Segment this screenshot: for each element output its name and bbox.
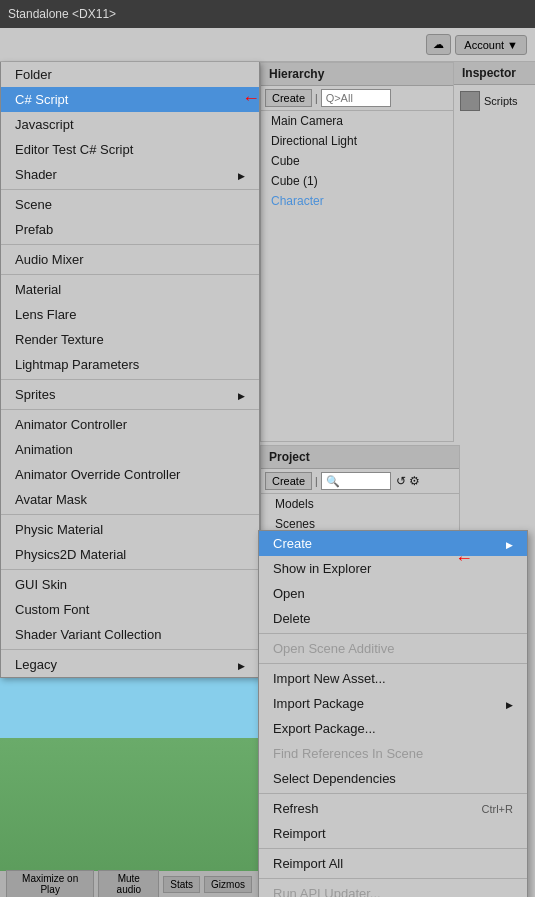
- menu-arrow-sprites: [238, 387, 245, 402]
- scene-toolbar-btn-maximize-on-play[interactable]: Maximize on Play: [6, 870, 94, 897]
- ctx-item-label-import_new_asset: Import New Asset...: [273, 671, 386, 686]
- menu-item-prefab[interactable]: Prefab: [1, 217, 259, 242]
- menu-item-scene[interactable]: Scene: [1, 192, 259, 217]
- menu-item-label-audio_mixer: Audio Mixer: [15, 252, 84, 267]
- hierarchy-search-input[interactable]: [321, 89, 391, 107]
- ctx-item-export_package[interactable]: Export Package...: [259, 716, 527, 741]
- menu-item-shader[interactable]: Shader: [1, 162, 259, 187]
- menu-separator: [1, 244, 259, 245]
- scripts-icon: [460, 91, 480, 111]
- menu-item-animation[interactable]: Animation: [1, 437, 259, 462]
- inspector-title: Inspector: [462, 66, 516, 80]
- toolbar: ☁ Account ▼: [0, 28, 535, 62]
- ctx-item-show_explorer[interactable]: Show in Explorer: [259, 556, 527, 581]
- menu-item-label-material: Material: [15, 282, 61, 297]
- project-toolbar: Create | ↺ ⚙: [261, 469, 459, 494]
- menu-item-label-shader: Shader: [15, 167, 57, 182]
- ctx-arrow-create: [506, 536, 513, 551]
- menu-item-label-csharp: C# Script: [15, 92, 68, 107]
- menu-item-label-lightmap_params: Lightmap Parameters: [15, 357, 139, 372]
- menu-item-lens_flare[interactable]: Lens Flare: [1, 302, 259, 327]
- menu-item-audio_mixer[interactable]: Audio Mixer: [1, 247, 259, 272]
- menu-item-label-scene: Scene: [15, 197, 52, 212]
- hierarchy-tab: Hierarchy: [261, 63, 459, 86]
- title-bar: Standalone <DX11>: [0, 0, 535, 28]
- menu-separator: [1, 274, 259, 275]
- menu-item-javascript[interactable]: Javascript: [1, 112, 259, 137]
- inspector-tab: Inspector: [454, 62, 535, 85]
- ctx-item-import_package[interactable]: Import Package: [259, 691, 527, 716]
- ctx-item-select_dependencies[interactable]: Select Dependencies: [259, 766, 527, 791]
- settings-icon: ⚙: [409, 474, 420, 488]
- ctx-item-reimport[interactable]: Reimport: [259, 821, 527, 846]
- menu-item-shader_variant[interactable]: Shader Variant Collection: [1, 622, 259, 647]
- menu-item-avatar_mask[interactable]: Avatar Mask: [1, 487, 259, 512]
- menu-item-legacy[interactable]: Legacy: [1, 652, 259, 677]
- menu-item-physics2d_material[interactable]: Physics2D Material: [1, 542, 259, 567]
- menu-arrow-shader: [238, 167, 245, 182]
- hierarchy-items: Main CameraDirectional LightCubeCube (1)…: [261, 111, 459, 211]
- scene-toolbar-btn-stats[interactable]: Stats: [163, 876, 200, 893]
- menu-item-label-physic_material: Physic Material: [15, 522, 103, 537]
- ctx-item-label-find_references: Find References In Scene: [273, 746, 423, 761]
- ctx-item-reimport_all[interactable]: Reimport All: [259, 851, 527, 876]
- menu-item-custom_font[interactable]: Custom Font: [1, 597, 259, 622]
- ctx-item-label-run_api_updater: Run API Updater...: [273, 886, 381, 897]
- ctx-item-label-refresh: Refresh: [273, 801, 319, 816]
- hierarchy-item[interactable]: Cube: [261, 151, 459, 171]
- ctx-shortcut-refresh: Ctrl+R: [482, 803, 513, 815]
- menu-separator: [1, 409, 259, 410]
- menu-item-material[interactable]: Material: [1, 277, 259, 302]
- project-create-button[interactable]: Create: [265, 472, 312, 490]
- menu-item-physic_material[interactable]: Physic Material: [1, 517, 259, 542]
- menu-item-label-javascript: Javascript: [15, 117, 74, 132]
- hierarchy-item[interactable]: Main Camera: [261, 111, 459, 131]
- scene-toolbar-btn-mute-audio[interactable]: Mute audio: [98, 870, 159, 897]
- menu-item-editor_test[interactable]: Editor Test C# Script: [1, 137, 259, 162]
- menu-separator: [1, 379, 259, 380]
- menu-item-label-editor_test: Editor Test C# Script: [15, 142, 133, 157]
- hierarchy-title: Hierarchy: [269, 67, 324, 81]
- menu-item-label-lens_flare: Lens Flare: [15, 307, 76, 322]
- toolbar-right: ☁ Account ▼: [426, 34, 527, 55]
- ctx-item-delete[interactable]: Delete: [259, 606, 527, 631]
- menu-item-animator_override[interactable]: Animator Override Controller: [1, 462, 259, 487]
- ctx-item-label-import_package: Import Package: [273, 696, 364, 711]
- ctx-item-create[interactable]: Create: [259, 531, 527, 556]
- hierarchy-toolbar: Create |: [261, 86, 459, 111]
- ctx-item-import_new_asset[interactable]: Import New Asset...: [259, 666, 527, 691]
- menu-item-sprites[interactable]: Sprites: [1, 382, 259, 407]
- hierarchy-item[interactable]: Character: [261, 191, 459, 211]
- inspector-content: Scripts: [454, 85, 535, 117]
- ctx-separator: [259, 663, 527, 664]
- ctx-item-label-reimport_all: Reimport All: [273, 856, 343, 871]
- hierarchy-item[interactable]: Cube (1): [261, 171, 459, 191]
- account-button[interactable]: Account ▼: [455, 35, 527, 55]
- menu-item-label-shader_variant: Shader Variant Collection: [15, 627, 161, 642]
- ctx-item-refresh[interactable]: RefreshCtrl+R: [259, 796, 527, 821]
- menu-item-gui_skin[interactable]: GUI Skin: [1, 572, 259, 597]
- menu-item-animator_controller[interactable]: Animator Controller: [1, 412, 259, 437]
- menu-item-label-animation: Animation: [15, 442, 73, 457]
- inspector-scripts-row: Scripts: [460, 91, 529, 111]
- project-item-models[interactable]: Models: [261, 494, 459, 514]
- menu-separator: [1, 514, 259, 515]
- menu-item-folder[interactable]: Folder: [1, 62, 259, 87]
- ctx-item-label-export_package: Export Package...: [273, 721, 376, 736]
- menu-item-render_texture[interactable]: Render Texture: [1, 327, 259, 352]
- menu-arrow-legacy: [238, 657, 245, 672]
- hierarchy-item[interactable]: Directional Light: [261, 131, 459, 151]
- ctx-item-open[interactable]: Open: [259, 581, 527, 606]
- project-search-input[interactable]: [321, 472, 391, 490]
- ctx-separator: [259, 848, 527, 849]
- ctx-item-label-show_explorer: Show in Explorer: [273, 561, 371, 576]
- hierarchy-create-button[interactable]: Create: [265, 89, 312, 107]
- menu-item-csharp[interactable]: C# Script: [1, 87, 259, 112]
- menu-item-label-avatar_mask: Avatar Mask: [15, 492, 87, 507]
- menu-item-label-custom_font: Custom Font: [15, 602, 89, 617]
- ctx-item-run_api_updater: Run API Updater...: [259, 881, 527, 897]
- menu-item-lightmap_params[interactable]: Lightmap Parameters: [1, 352, 259, 377]
- create-menu: FolderC# ScriptJavascriptEditor Test C# …: [0, 62, 260, 678]
- scene-toolbar-btn-gizmos[interactable]: Gizmos: [204, 876, 252, 893]
- cloud-button[interactable]: ☁: [426, 34, 451, 55]
